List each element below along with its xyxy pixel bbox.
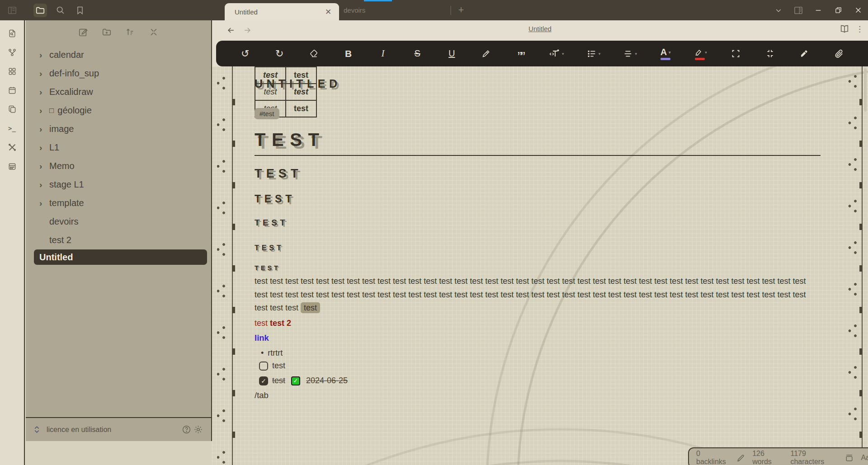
heading-1: TEST [255,130,326,150]
close-tab-icon[interactable]: ✕ [323,6,334,17]
bookmark-icon[interactable] [73,4,87,17]
text-size-icon[interactable]: ▾ [549,46,564,61]
breadcrumb[interactable]: Untitled [212,25,868,33]
tree-folder-template[interactable]: ›template [26,194,211,212]
help-icon[interactable] [180,424,192,436]
inline-title: UNTITLED [255,77,341,90]
titlebar: Untitled ✕ devoirs + [0,0,868,20]
ribbon: >_ [0,20,25,465]
strikethrough-icon[interactable]: S [411,46,423,61]
quote-icon[interactable]: ”” [515,46,527,61]
align-icon[interactable]: ▾ [623,46,637,61]
slash-command-text: /tab [255,390,269,400]
git-graph-icon[interactable] [7,47,17,57]
editor-pane: Untitled ⋮ ↺ ↻ B I S U ”” [212,20,868,465]
scrollbar-thumb[interactable] [864,68,867,112]
sort-order-icon[interactable] [125,27,136,38]
right-sidebar-toggle-icon[interactable] [788,0,808,20]
italic-icon[interactable]: I [377,46,389,61]
chevron-right-icon: › [39,124,49,134]
table-cell: test [286,100,316,117]
fullscreen-icon[interactable] [730,46,741,61]
paragraph-line-3: test test test test [255,301,806,315]
chevron-right-icon: › [39,143,49,153]
tree-folder-def-info-sup[interactable]: ›def-info_sup [26,64,211,83]
window-sidebar-icon[interactable] [5,4,19,17]
edit-pencil-icon[interactable] [736,453,745,462]
chevron-right-icon: › [39,161,49,171]
new-tab-button[interactable]: + [455,4,467,16]
close-window-button[interactable] [848,0,868,20]
aa-toggle[interactable]: Aa [861,454,868,462]
tree-folder-l1[interactable]: ›L1 [26,138,211,157]
font-color-icon[interactable]: A ▾ [660,46,671,61]
undo-icon[interactable]: ↺ [239,46,251,61]
terminal-icon[interactable]: >_ [7,123,17,133]
tree-folder-excalidraw[interactable]: ›Excalidraw [26,83,211,101]
tab-label: Untitled [235,8,323,16]
tools-icon[interactable] [7,142,17,152]
reading-mode-book-icon[interactable] [840,24,849,34]
background-color-icon[interactable]: ▾ [694,46,707,61]
tag-pill[interactable]: #test [255,108,279,119]
more-options-icon[interactable]: ⋮ [856,24,863,34]
new-note-icon[interactable] [78,27,89,38]
tab-label: devoirs [344,6,365,14]
task-item-checked: ✓ test ✓ 2024-06-25 [259,376,348,385]
backlinks-count[interactable]: 0 backlinks [696,450,729,465]
underline-icon[interactable]: U [446,46,458,61]
checkbox-checked[interactable]: ✓ [259,376,268,385]
search-icon[interactable] [53,4,67,17]
tree-file-untitled[interactable]: Untitled [34,249,207,265]
bold-icon[interactable]: B [343,46,354,61]
chevron-right-icon: › [39,50,49,60]
tree-file-devoirs[interactable]: devoirs [26,212,211,231]
chevron-down-icon: ▾ [669,50,671,55]
eraser-icon[interactable] [308,46,320,61]
tree-folder-memo[interactable]: ›Memo [26,157,211,175]
calendar-icon[interactable] [7,85,17,95]
chevron-right-icon: › [39,198,49,208]
list-icon[interactable]: ▾ [587,46,601,61]
properties-box-icon[interactable] [845,453,854,462]
red-text-line: test test 2 [255,319,291,328]
attachment-icon[interactable] [833,46,845,61]
tab-devoirs[interactable]: devoirs [344,0,365,20]
settings-gear-icon[interactable] [192,424,204,436]
paragraph: test test test test test test test test … [255,275,806,315]
tab-untitled[interactable]: Untitled ✕ [225,3,339,20]
chevron-down-icon: ▾ [705,50,707,55]
pen-icon[interactable] [798,46,810,61]
redo-icon[interactable]: ↻ [274,46,285,61]
bullet-item: •rtrtrt [261,348,283,358]
collapse-all-icon[interactable] [148,27,159,38]
file-search-icon[interactable] [7,28,17,38]
tab-list-chevron-icon[interactable] [769,0,788,20]
obsidian-window: Untitled ✕ devoirs + [0,0,868,465]
checkbox-unchecked[interactable] [259,362,268,371]
tree-folder-image[interactable]: ›image [26,120,211,138]
internal-link[interactable]: link [255,333,269,343]
heading-4: TEST [255,218,288,228]
calendar-check-icon[interactable] [7,161,17,171]
file-explorer: ›calendar ›def-info_sup ›Excalidraw ›□gé… [26,20,212,441]
copy-pages-icon[interactable] [7,104,17,114]
tree-folder-calendar[interactable]: ›calendar [26,46,211,64]
exit-fullscreen-icon[interactable] [764,46,776,61]
vault-switcher[interactable]: licence en utilisation [26,417,211,441]
tab-separator [450,6,451,15]
heading-6: TEST [255,264,280,272]
blocks-icon[interactable] [7,66,17,76]
minimize-button[interactable] [808,0,828,20]
tree-file-test-2[interactable]: test 2 [26,231,211,249]
tree-folder-geologie[interactable]: ›□géologie [26,101,211,120]
left-margin-ticks [232,66,235,465]
chevron-right-icon: › [39,180,49,190]
new-folder-icon[interactable] [101,27,112,38]
paragraph-line-2: test test test test test test test test … [255,288,806,302]
formatting-toolbar: ↺ ↻ B I S U ”” ▾ ▾ ▾ [216,41,868,66]
folder-icon[interactable] [33,4,47,17]
highlighter-icon[interactable] [481,46,492,61]
tree-folder-stage-l1[interactable]: ›stage L1 [26,175,211,194]
maximize-button[interactable] [828,0,848,20]
